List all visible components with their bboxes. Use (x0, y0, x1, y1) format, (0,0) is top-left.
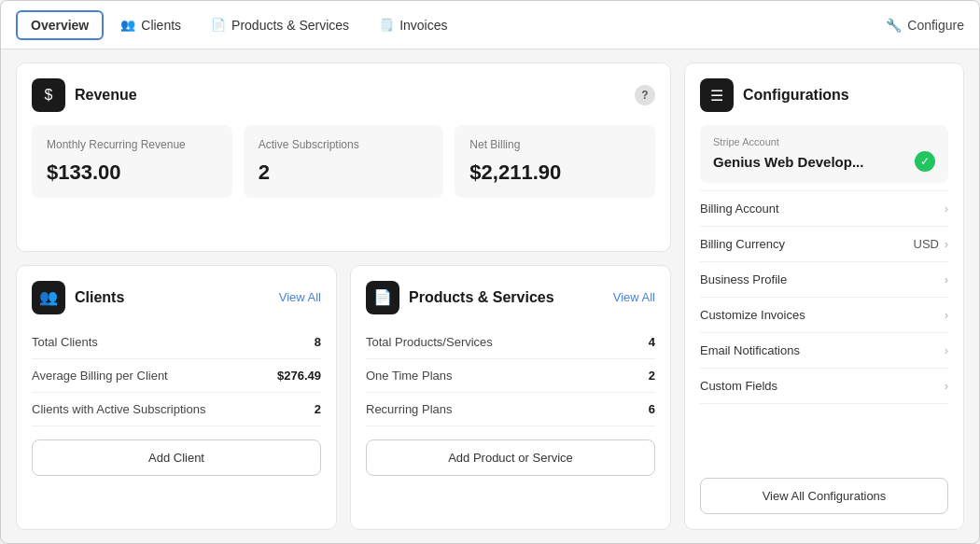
custom-fields-label: Custom Fields (700, 379, 777, 393)
business-profile-label: Business Profile (700, 272, 787, 286)
products-view-all-link[interactable]: View All (613, 290, 655, 304)
products-card: 📄 Products & Services View All Total Pro… (350, 265, 671, 530)
tab-products[interactable]: 📄 Products & Services (198, 12, 362, 38)
invoices-tab-icon: 🗒️ (379, 18, 394, 32)
clients-header-row: 👥 Clients View All (32, 281, 321, 314)
invoices-tab-label: Invoices (399, 18, 447, 33)
billing-currency-value: USD (914, 237, 939, 251)
products-tab-icon: 📄 (211, 18, 226, 32)
revenue-header: $ Revenue ? (32, 78, 655, 112)
stat-total-clients-value: 8 (315, 335, 321, 349)
configure-icon: 🔧 (886, 18, 902, 33)
config-item-billing-currency[interactable]: Billing Currency USD › (700, 227, 948, 262)
products-header-left: 📄 Products & Services (366, 281, 554, 314)
clients-title: Clients (75, 289, 124, 306)
configs-title: Configurations (743, 87, 849, 104)
add-product-button[interactable]: Add Product or Service (366, 439, 655, 476)
verified-badge: ✓ (915, 151, 935, 172)
billing-account-chevron: › (945, 202, 948, 216)
stripe-name: Genius Web Develop... (713, 154, 863, 170)
config-list: Billing Account › Billing Currency USD ›… (700, 190, 948, 468)
add-client-button[interactable]: Add Client (32, 439, 321, 476)
clients-tab-icon: 👥 (120, 18, 135, 32)
metric-subs-label: Active Subscriptions (259, 138, 429, 153)
products-header-row: 📄 Products & Services View All (366, 281, 655, 314)
business-profile-right: › (945, 273, 948, 286)
config-item-billing-account[interactable]: Billing Account › (700, 190, 948, 227)
stat-recurring-plans: Recurring Plans 6 (366, 393, 655, 426)
business-profile-chevron: › (945, 273, 948, 286)
revenue-card-header: $ Revenue (32, 78, 137, 112)
billing-currency-chevron: › (945, 238, 948, 251)
overview-label: Overview (31, 18, 89, 33)
customize-invoices-right: › (945, 309, 948, 322)
custom-fields-right: › (945, 380, 948, 393)
metric-mrr: Monthly Recurring Revenue $133.00 (32, 125, 232, 198)
stat-total-clients: Total Clients 8 (32, 326, 321, 359)
clients-tab-label: Clients (141, 18, 181, 33)
clients-icon: 👥 (32, 281, 65, 314)
stat-avg-billing-label: Average Billing per Client (32, 369, 168, 383)
metric-subs-value: 2 (259, 160, 429, 185)
products-tab-label: Products & Services (231, 18, 349, 33)
stat-active-subs: Clients with Active Subscriptions 2 (32, 393, 321, 426)
main-content: $ Revenue ? Monthly Recurring Revenue $1… (1, 49, 979, 543)
metric-net-label: Net Billing (469, 138, 640, 153)
stat-total-clients-label: Total Clients (32, 335, 98, 349)
clients-view-all-link[interactable]: View All (279, 290, 321, 304)
configurations-card: ☰ Configurations Stripe Account Genius W… (684, 63, 964, 530)
billing-currency-label: Billing Currency (700, 237, 785, 251)
email-notifications-chevron: › (945, 344, 948, 357)
configs-icon: ☰ (700, 78, 734, 112)
stat-total-products-label: Total Products/Services (366, 335, 493, 349)
billing-account-right: › (945, 202, 948, 216)
tab-overview[interactable]: Overview (16, 10, 104, 40)
stripe-name-row: Genius Web Develop... ✓ (713, 151, 935, 172)
metric-mrr-label: Monthly Recurring Revenue (47, 138, 217, 153)
email-notifications-right: › (945, 344, 948, 357)
email-notifications-label: Email Notifications (700, 343, 800, 357)
configure-button[interactable]: 🔧 Configure (886, 18, 964, 33)
configs-header: ☰ Configurations (700, 78, 948, 112)
config-item-custom-fields[interactable]: Custom Fields › (700, 369, 948, 404)
view-all-configurations-button[interactable]: View All Configurations (700, 478, 948, 514)
metric-net-value: $2,211.90 (469, 160, 640, 185)
billing-currency-right: USD › (914, 237, 948, 251)
products-title: Products & Services (409, 289, 554, 306)
help-icon[interactable]: ? (635, 85, 655, 105)
revenue-card: $ Revenue ? Monthly Recurring Revenue $1… (16, 63, 671, 252)
nav-bar: Overview 👥 Clients 📄 Products & Services… (1, 1, 979, 49)
stat-total-products: Total Products/Services 4 (366, 326, 655, 359)
products-icon: 📄 (366, 281, 399, 314)
stripe-label: Stripe Account (713, 136, 935, 147)
tab-invoices[interactable]: 🗒️ Invoices (366, 12, 460, 38)
clients-header-left: 👥 Clients (32, 281, 124, 314)
stat-one-time-plans: One Time Plans 2 (366, 359, 655, 393)
metric-subscriptions: Active Subscriptions 2 (244, 125, 444, 198)
revenue-metrics: Monthly Recurring Revenue $133.00 Active… (32, 125, 655, 198)
metric-mrr-value: $133.00 (47, 160, 217, 185)
revenue-icon: $ (32, 78, 65, 112)
billing-account-label: Billing Account (700, 202, 779, 216)
stat-total-products-value: 4 (649, 335, 655, 349)
revenue-title: Revenue (75, 87, 137, 104)
configure-label: Configure (907, 18, 964, 33)
config-item-business-profile[interactable]: Business Profile › (700, 262, 948, 298)
custom-fields-chevron: › (945, 380, 948, 393)
stat-active-subs-value: 2 (315, 402, 321, 416)
customize-invoices-label: Customize Invoices (700, 308, 805, 322)
stat-recurring-value: 6 (649, 402, 655, 416)
app-container: Overview 👥 Clients 📄 Products & Services… (0, 0, 980, 544)
stat-avg-billing-value: $276.49 (277, 369, 321, 383)
tab-clients[interactable]: 👥 Clients (107, 12, 194, 38)
clients-card: 👥 Clients View All Total Clients 8 Avera… (16, 265, 337, 530)
stat-one-time-label: One Time Plans (366, 369, 453, 383)
config-item-email-notifications[interactable]: Email Notifications › (700, 333, 948, 369)
customize-invoices-chevron: › (945, 309, 948, 322)
stat-active-subs-label: Clients with Active Subscriptions (32, 402, 205, 416)
stat-recurring-label: Recurring Plans (366, 402, 453, 416)
config-item-customize-invoices[interactable]: Customize Invoices › (700, 298, 948, 333)
stripe-account-box: Stripe Account Genius Web Develop... ✓ (700, 125, 948, 183)
nav-tabs: Overview 👥 Clients 📄 Products & Services… (16, 10, 460, 40)
stat-avg-billing: Average Billing per Client $276.49 (32, 359, 321, 393)
